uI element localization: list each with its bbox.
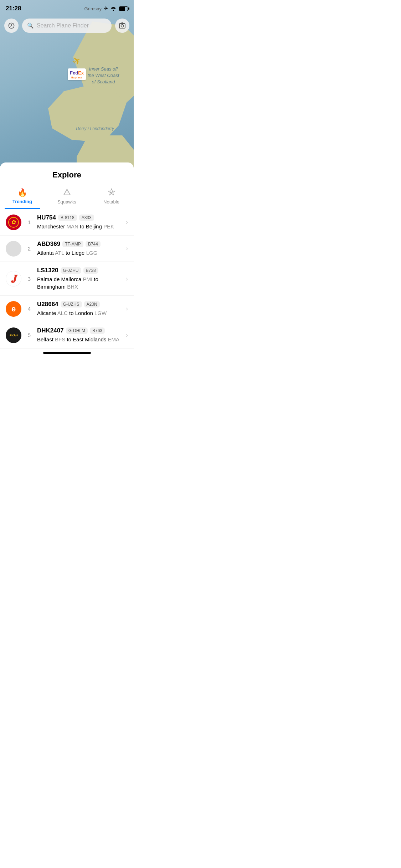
airline-logo-hainan: ✿ xyxy=(6,215,21,230)
flight-list: ✿ 1 HU754 B-8118 A333 Manchester MAN to … xyxy=(0,209,134,348)
flight-item-5[interactable]: ✦KA✦ 5 DHK2407 G-DHLM B763 Belfast BFS t… xyxy=(0,322,134,348)
flight-header-3: LS1320 G-JZHU B738 xyxy=(37,267,121,274)
airline-logo-empty xyxy=(6,241,21,257)
explore-title: Explore xyxy=(0,162,134,185)
flight-route-2: Atlanta ATL to Liege LGG xyxy=(37,249,121,257)
search-placeholder: Search Plane Finder xyxy=(37,22,89,29)
flight-info-5: DHK2407 G-DHLM B763 Belfast BFS to East … xyxy=(37,327,121,343)
flight-item-1[interactable]: ✿ 1 HU754 B-8118 A333 Manchester MAN to … xyxy=(0,209,134,236)
chevron-right-2: › xyxy=(126,245,128,252)
chevron-right-5: › xyxy=(126,331,128,339)
airline-logo-ka: ✦KA✦ xyxy=(6,327,21,343)
wifi-icon xyxy=(110,6,116,12)
flight-aircraft-1: A333 xyxy=(79,215,94,221)
flight-aircraft-4: A20N xyxy=(84,301,100,308)
flight-route-3: Palma de Mallorca PMI toBirmingham BHX xyxy=(37,275,121,290)
map-area: 21:28 Grimsay ✈ 🔍 xyxy=(0,0,134,171)
history-button[interactable] xyxy=(4,19,19,33)
airplane-mode-icon: ✈ xyxy=(104,5,108,12)
battery-icon xyxy=(119,6,128,11)
status-location: Grimsay xyxy=(84,6,102,11)
flight-info-3: LS1320 G-JZHU B738 Palma de Mallorca PMI… xyxy=(37,267,121,290)
bottom-sheet: Explore 🔥 Trending Squawks xyxy=(0,162,134,363)
airline-logo-jet2: 𝐉 xyxy=(6,271,21,286)
flight-header-4: U28664 G-UZHS A20N xyxy=(37,301,121,308)
flight-route-4: Alicante ALC to London LGW xyxy=(37,309,121,317)
status-time: 21:28 xyxy=(6,5,21,12)
fedex-badge: FedEx Express xyxy=(68,68,86,80)
search-icon: 🔍 xyxy=(27,22,34,29)
trending-icon: 🔥 xyxy=(17,188,27,197)
svg-point-4 xyxy=(67,194,67,195)
flight-number-2: ABD369 xyxy=(37,241,60,248)
flight-header-1: HU754 B-8118 A333 xyxy=(37,214,121,221)
trending-label: Trending xyxy=(12,199,32,204)
status-bar: 21:28 Grimsay ✈ xyxy=(0,0,134,14)
fedex-ex-text: Ex xyxy=(78,70,84,76)
flight-item-2[interactable]: 2 ABD369 TF-AMP B744 Atlanta ATL to Lieg… xyxy=(0,236,134,262)
flight-header-2: ABD369 TF-AMP B744 xyxy=(37,241,121,248)
svg-point-2 xyxy=(121,25,124,27)
flight-reg-4: G-UZHS xyxy=(61,301,82,308)
chevron-right-3: › xyxy=(126,275,128,283)
inner-seas-label: Inner Seas off the West Coast of Scotlan… xyxy=(87,66,119,86)
search-input-wrap[interactable]: 🔍 Search Plane Finder xyxy=(22,19,112,33)
derry-label: Derry / Londonderry xyxy=(76,126,114,132)
tab-trending[interactable]: 🔥 Trending xyxy=(0,185,45,209)
tab-bar: 🔥 Trending Squawks Notable xyxy=(0,185,134,209)
home-indicator xyxy=(0,348,134,356)
tab-squawks[interactable]: Squawks xyxy=(45,185,89,209)
flight-route-1: Manchester MAN to Beijing PEK xyxy=(37,223,121,230)
squawks-label: Squawks xyxy=(57,199,76,205)
notable-icon xyxy=(108,188,115,198)
flight-rank-5: 5 xyxy=(26,332,32,338)
flight-reg-1: B-8118 xyxy=(58,215,77,221)
flight-number-5: DHK2407 xyxy=(37,327,64,334)
home-bar xyxy=(43,352,91,354)
squawks-icon xyxy=(63,188,71,198)
chevron-right-1: › xyxy=(126,218,128,226)
flight-number-1: HU754 xyxy=(37,214,56,221)
flight-info-1: HU754 B-8118 A333 Manchester MAN to Beij… xyxy=(37,214,121,230)
flight-number-3: LS1320 xyxy=(37,267,58,274)
flight-header-5: DHK2407 G-DHLM B763 xyxy=(37,327,121,334)
flight-number-4: U28664 xyxy=(37,301,58,308)
flight-rank-1: 1 xyxy=(26,219,32,225)
flight-aircraft-3: B738 xyxy=(83,267,98,274)
status-right: Grimsay ✈ xyxy=(84,5,128,12)
flight-info-4: U28664 G-UZHS A20N Alicante ALC to Londo… xyxy=(37,301,121,317)
fedex-express-text: Express xyxy=(70,76,84,79)
flight-reg-2: TF-AMP xyxy=(62,241,83,247)
flight-rank-2: 2 xyxy=(26,246,32,252)
flight-reg-5: G-DHLM xyxy=(66,327,88,334)
chevron-right-4: › xyxy=(126,305,128,312)
flight-route-5: Belfast BFS to East Midlands EMA xyxy=(37,336,121,343)
land-mass-bottom-right xyxy=(48,86,127,143)
svg-rect-1 xyxy=(119,24,125,28)
screenshot-button[interactable] xyxy=(115,19,129,33)
notable-label: Notable xyxy=(103,199,119,205)
flight-aircraft-5: B763 xyxy=(90,327,105,334)
airline-logo-easyjet: e xyxy=(6,301,21,317)
flight-info-2: ABD369 TF-AMP B744 Atlanta ATL to Liege … xyxy=(37,241,121,257)
flight-item-4[interactable]: e 4 U28664 G-UZHS A20N Alicante ALC to L… xyxy=(0,296,134,322)
tab-notable[interactable]: Notable xyxy=(89,185,134,209)
search-bar-container: 🔍 Search Plane Finder xyxy=(0,19,134,33)
flight-rank-3: 3 xyxy=(26,276,32,282)
flight-rank-4: 4 xyxy=(26,306,32,312)
plane-marker[interactable]: ✈ FedEx Express xyxy=(68,55,86,80)
flight-item-3[interactable]: 𝐉 3 LS1320 G-JZHU B738 Palma de Mallorca… xyxy=(0,262,134,296)
flight-aircraft-2: B744 xyxy=(86,241,101,247)
fedex-fed-text: Fed xyxy=(70,70,78,76)
flight-reg-3: G-JZHU xyxy=(61,267,81,274)
